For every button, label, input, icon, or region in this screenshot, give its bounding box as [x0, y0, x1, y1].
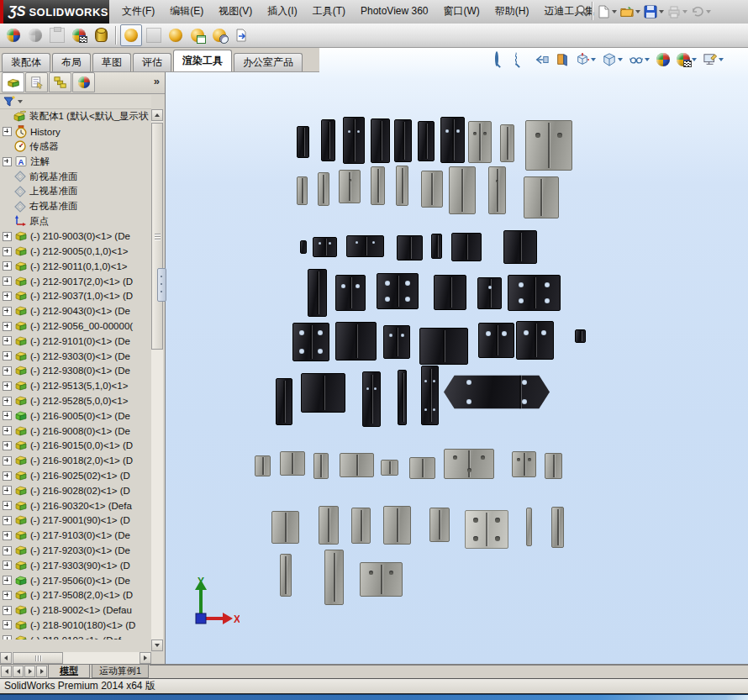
- tree-component[interactable]: (-) 212-9056_00-00000(: [1, 318, 151, 334]
- viewport-part[interactable]: [500, 124, 514, 162]
- expander-icon[interactable]: [3, 606, 12, 615]
- tree-component[interactable]: (-) 216-9015(0,0)<1> (D: [1, 439, 151, 454]
- filter-caret[interactable]: [18, 100, 23, 103]
- menu-item[interactable]: 编辑(E): [162, 2, 211, 20]
- viewport-part[interactable]: [398, 370, 407, 425]
- viewport-part[interactable]: [339, 170, 361, 203]
- expander-icon[interactable]: [3, 576, 12, 585]
- viewport-part[interactable]: [297, 126, 309, 158]
- viewport-part[interactable]: [477, 277, 502, 309]
- undo-icon[interactable]: [690, 4, 712, 19]
- viewport-part[interactable]: [440, 117, 465, 163]
- first-tab-icon[interactable]: [1, 666, 12, 677]
- viewport-part[interactable]: [340, 453, 374, 477]
- viewport-part[interactable]: [418, 121, 435, 161]
- viewport-part[interactable]: [360, 562, 403, 597]
- tree-component[interactable]: (-) 212-9017(2,0)<1> (D: [1, 274, 151, 289]
- tree-component[interactable]: (-) 212-9303(0)<1> (De: [1, 349, 151, 364]
- viewport-part[interactable]: [431, 234, 442, 259]
- viewport-part[interactable]: [394, 119, 412, 162]
- viewport-part[interactable]: [351, 508, 371, 544]
- expander-icon[interactable]: [3, 635, 12, 639]
- expander-icon[interactable]: [3, 292, 12, 301]
- previous-tab-icon[interactable]: [13, 666, 24, 677]
- open-folder-icon[interactable]: [619, 4, 641, 19]
- viewport-part[interactable]: [381, 460, 398, 476]
- viewport-part[interactable]: [449, 166, 476, 214]
- expander-icon[interactable]: [3, 307, 12, 316]
- viewport-part[interactable]: [276, 378, 292, 425]
- edit-appearance-icon[interactable]: [3, 25, 24, 45]
- expander-icon[interactable]: [3, 561, 12, 570]
- document-tab[interactable]: 运动算例1: [92, 665, 149, 678]
- menu-item[interactable]: 文件(F): [114, 2, 162, 20]
- tree-item[interactable]: History: [1, 124, 151, 139]
- viewport-part[interactable]: [551, 507, 564, 548]
- viewport-part[interactable]: [468, 121, 492, 163]
- viewport-part[interactable]: [324, 550, 344, 605]
- zoom-to-area-icon[interactable]: [514, 52, 530, 67]
- tree-component[interactable]: (-) 212-9101(0)<1> (De: [1, 334, 151, 349]
- viewport-part[interactable]: [346, 235, 384, 257]
- viewport-part[interactable]: [396, 166, 408, 206]
- command-tab[interactable]: 办公室产品: [234, 53, 303, 71]
- viewport-part[interactable]: [526, 508, 532, 546]
- edit-appearance-icon[interactable]: [655, 52, 672, 67]
- featuremanager-tab[interactable]: [2, 72, 24, 92]
- tree-component[interactable]: (-) 218-9002<1> (Defau: [1, 603, 151, 618]
- viewport-part[interactable]: [478, 323, 514, 358]
- viewport-part[interactable]: [255, 455, 271, 476]
- tree-component[interactable]: (-) 210-9003(0)<1> (De: [1, 229, 151, 244]
- expander-icon[interactable]: [3, 441, 12, 450]
- viewport-part[interactable]: [280, 554, 292, 597]
- expander-icon[interactable]: [3, 456, 12, 466]
- tree-component[interactable]: (-) 212-9043(0)<1> (De: [1, 303, 151, 318]
- viewport-part[interactable]: [383, 325, 410, 359]
- graphics-viewport[interactable]: Y X: [165, 48, 748, 664]
- viewport-part[interactable]: [300, 240, 307, 254]
- viewport-part[interactable]: [318, 172, 329, 206]
- preview-window-icon[interactable]: [120, 24, 142, 46]
- toolbar-pin-icon[interactable]: [573, 3, 590, 19]
- viewport-part[interactable]: [409, 457, 435, 479]
- viewport-part[interactable]: [362, 371, 381, 427]
- paste-appearance-icon[interactable]: [47, 25, 67, 45]
- next-tab-icon[interactable]: [24, 666, 35, 677]
- menu-item[interactable]: 视图(V): [211, 2, 260, 20]
- tree-component[interactable]: (-) 212-9011(0,1,0)<1>: [1, 259, 151, 274]
- viewport-part[interactable]: [319, 506, 339, 545]
- vertical-scroll-thumb[interactable]: [151, 123, 163, 350]
- viewport-part[interactable]: [516, 321, 554, 360]
- expander-icon[interactable]: [3, 127, 12, 136]
- displaymanager-tab[interactable]: [72, 72, 95, 92]
- viewport-part[interactable]: [371, 166, 385, 205]
- tree-component[interactable]: (-) 216-9005(0)<1> (De: [1, 408, 151, 424]
- tree-component[interactable]: (-) 212-9037(1,0)<1> (D: [1, 289, 151, 304]
- viewport-part[interactable]: [343, 117, 365, 164]
- configurationmanager-tab[interactable]: [49, 72, 71, 92]
- viewport-part[interactable]: [444, 372, 550, 412]
- expander-icon[interactable]: [3, 276, 12, 286]
- dropdown-caret[interactable]: [591, 58, 596, 61]
- tree-component[interactable]: (-) 218-9010(180)<1> (D: [1, 618, 151, 633]
- render-icon[interactable]: [166, 25, 186, 45]
- print-icon[interactable]: [666, 4, 688, 19]
- expander-icon[interactable]: [3, 157, 12, 166]
- tree-component[interactable]: (-) 216-90320<1> (Defa: [1, 498, 151, 513]
- viewport-part[interactable]: [335, 275, 366, 311]
- dropdown-caret[interactable]: [706, 10, 711, 13]
- render-options-icon[interactable]: [187, 25, 208, 45]
- hide-show-items-icon[interactable]: [628, 52, 651, 67]
- dropdown-caret[interactable]: [618, 58, 623, 61]
- tree-horizontal-scrollbar[interactable]: [0, 652, 151, 664]
- tree-component[interactable]: (-) 216-9018(2,0)<1> (D: [1, 453, 151, 468]
- expander-icon[interactable]: [3, 546, 12, 555]
- propertymanager-tab[interactable]: [25, 72, 48, 92]
- scroll-down-button[interactable]: [151, 639, 163, 651]
- expander-icon[interactable]: [3, 426, 12, 435]
- viewport-part[interactable]: [313, 237, 337, 257]
- viewport-part[interactable]: [429, 508, 450, 542]
- expander-icon[interactable]: [3, 531, 12, 540]
- viewport-part[interactable]: [444, 449, 494, 479]
- copy-appearance-icon[interactable]: [25, 25, 45, 45]
